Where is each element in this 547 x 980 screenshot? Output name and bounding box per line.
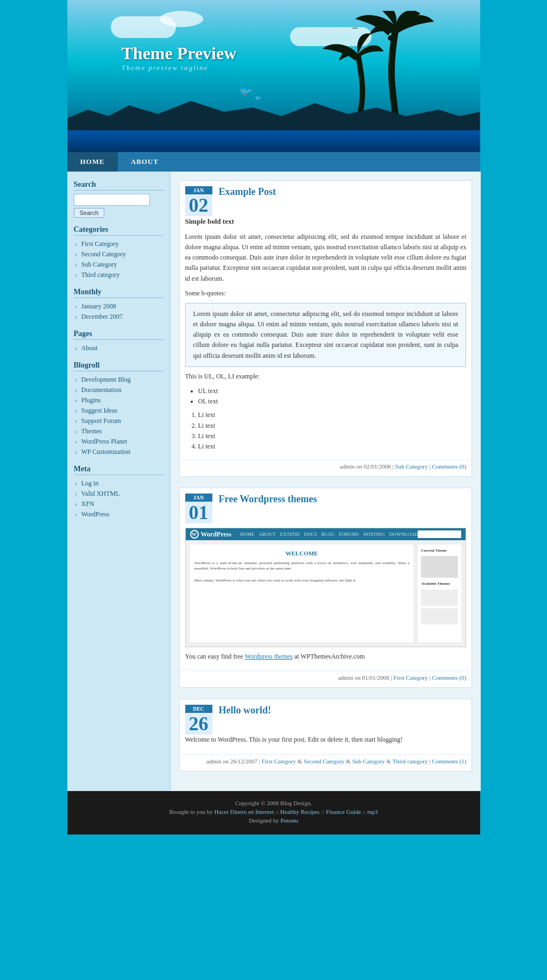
footer-link-1[interactable]: Hacer Dinero en Internet bbox=[215, 808, 274, 815]
category-link-first[interactable]: First Category bbox=[81, 240, 119, 248]
post-2-title[interactable]: Free Wordpress themes bbox=[219, 494, 467, 505]
water-reflection bbox=[67, 130, 480, 152]
blogroll-link-suggest[interactable]: Suggest Ideas bbox=[81, 407, 117, 414]
wp-sidebar-mini: Current Theme Available Themes bbox=[418, 545, 461, 642]
wp-nav-docs: DOCS bbox=[304, 530, 317, 538]
categories-list: First Category Second Category Sub Categ… bbox=[74, 239, 164, 280]
post-1: JAN 02 Example Post Simple bold text Lor… bbox=[179, 180, 473, 477]
wp-nav-download: DOWNLOAD bbox=[389, 530, 418, 538]
wp-logo-icon: W bbox=[190, 530, 199, 539]
post-2-body-text: You can easy find free Wordpress themes … bbox=[185, 652, 467, 662]
post-2: JAN 01 Free Wordpress themes W WordPress bbox=[179, 488, 473, 688]
site-tagline: Theme preview tagline bbox=[122, 64, 237, 72]
category-link-third[interactable]: Third category bbox=[81, 271, 120, 279]
list-item: Support Forum bbox=[74, 416, 164, 426]
sidebar: Search Search Categories First Category … bbox=[67, 172, 171, 791]
meta-label: Meta bbox=[74, 465, 164, 475]
page-link-about[interactable]: About bbox=[81, 344, 98, 352]
post-3-meta-category2[interactable]: Second Category bbox=[304, 758, 344, 764]
footer-designer-link[interactable]: Petsmu bbox=[280, 817, 298, 824]
wp-nav-home: HOME bbox=[240, 530, 255, 538]
post-3-meta-comments[interactable]: Comments (1) bbox=[432, 758, 466, 764]
post-3-meta: admin on 26/12/2007 | First Category & S… bbox=[180, 754, 472, 767]
post-2-meta-comments[interactable]: Comments (0) bbox=[432, 674, 466, 681]
post-2-meta-category[interactable]: First Category bbox=[393, 674, 427, 681]
post-3-title[interactable]: Hello world! bbox=[219, 705, 467, 716]
list-item: XFN bbox=[74, 499, 164, 509]
blogroll-link-docs[interactable]: Documentation bbox=[81, 386, 122, 394]
footer-link-4[interactable]: mp3 bbox=[367, 808, 378, 815]
main-layout: Search Search Categories First Category … bbox=[67, 172, 480, 791]
list-item: Second Category bbox=[74, 249, 164, 260]
post-1-meta-category[interactable]: Sub Category bbox=[395, 463, 427, 470]
meta-link-login[interactable]: Log in bbox=[81, 479, 99, 487]
post-3-meta-category1[interactable]: First Category bbox=[262, 758, 296, 764]
post-1-title[interactable]: Example Post bbox=[219, 186, 467, 198]
header-title-area: Theme Preview Theme preview tagline bbox=[122, 43, 237, 72]
wp-nav-links: HOME ABOUT EXTEND DOCS BLOG FORUMS HOSTI… bbox=[240, 530, 418, 538]
blogroll-link-wp-custom[interactable]: WP Customization bbox=[81, 448, 131, 456]
post-3-month: DEC bbox=[185, 705, 212, 713]
post-2-body: W WordPress HOME ABOUT EXTEND DOCS BLOG … bbox=[180, 528, 472, 671]
meta-list: Log in Valid XHTML XFN WordPress bbox=[74, 478, 164, 520]
post-1-subtitle: Simple bold text bbox=[185, 216, 467, 227]
search-input[interactable] bbox=[74, 194, 150, 206]
blogroll-link-plugins[interactable]: Plugins bbox=[81, 396, 101, 404]
cloud-2 bbox=[160, 11, 203, 27]
post-1-blockquote-intro: Some b-quotes: bbox=[185, 288, 467, 299]
list-item: First Category bbox=[74, 239, 164, 249]
meta-link-xfn[interactable]: XFN bbox=[81, 500, 95, 508]
post-3-day: 26 bbox=[185, 713, 212, 735]
list-item: Themes bbox=[74, 426, 164, 437]
post-2-body-intro: You can easy find free bbox=[185, 653, 243, 660]
list-item: WordPress bbox=[74, 509, 164, 520]
list-item: Third category bbox=[74, 270, 164, 280]
list-item: Li text bbox=[198, 421, 467, 431]
blogroll-link-wp-planet[interactable]: WordPress Planet bbox=[81, 438, 128, 445]
post-2-meta-date: admin on 01/01/2008 bbox=[338, 674, 389, 681]
month-link-jan[interactable]: January 2008 bbox=[81, 302, 116, 310]
nav-item-home[interactable]: HOME bbox=[67, 152, 118, 172]
post-2-meta: admin on 01/01/2008 | First Category | C… bbox=[180, 671, 472, 683]
post-3-meta-date: admin on 26/12/2007 bbox=[206, 758, 257, 764]
post-2-day: 01 bbox=[185, 502, 212, 523]
meta-link-wp[interactable]: WordPress bbox=[81, 510, 110, 518]
footer-links: Brought to you by Hacer Dinero en Intern… bbox=[76, 808, 471, 815]
blogroll-link-themes[interactable]: Themes bbox=[81, 427, 102, 435]
wp-screenshot: W WordPress HOME ABOUT EXTEND DOCS BLOG … bbox=[185, 528, 467, 647]
list-item: WordPress Planet bbox=[74, 437, 164, 447]
blogroll-label: Blogroll bbox=[74, 361, 164, 371]
post-2-month: JAN bbox=[185, 494, 212, 502]
footer-link-2[interactable]: Healthy Recipes bbox=[280, 808, 319, 815]
list-item: About bbox=[74, 343, 164, 353]
wp-welcome: WELCOME bbox=[194, 549, 410, 559]
list-item: Development Blog bbox=[74, 375, 164, 385]
monthly-list: January 2008 December 2007 bbox=[74, 301, 164, 322]
post-2-wp-link[interactable]: Wordpress themes bbox=[245, 653, 293, 660]
post-2-body-suffix: at WPThemesArchive.com bbox=[294, 653, 365, 660]
post-3-meta-category3[interactable]: Sub Category bbox=[352, 758, 385, 764]
search-button[interactable]: Search bbox=[74, 208, 105, 218]
list-item: Documentation bbox=[74, 385, 164, 395]
list-item: January 2008 bbox=[74, 301, 164, 312]
blogroll-list: Development Blog Documentation Plugins S… bbox=[74, 375, 164, 457]
footer-link-3[interactable]: Finance Guide bbox=[326, 808, 361, 815]
blogroll-link-dev[interactable]: Development Blog bbox=[81, 376, 131, 383]
wp-content-area: WELCOME WordPress is a state-of-the-art … bbox=[186, 540, 466, 647]
category-link-sub[interactable]: Sub Category bbox=[81, 261, 117, 268]
post-1-para: Lorem ipsum dolor sit amet, consectetur … bbox=[185, 232, 467, 284]
category-link-second[interactable]: Second Category bbox=[81, 250, 126, 258]
meta-link-xhtml[interactable]: Valid XHTML bbox=[81, 490, 120, 497]
wp-nav-bar: W WordPress HOME ABOUT EXTEND DOCS BLOG … bbox=[186, 528, 466, 540]
page-wrapper: Theme Preview Theme preview tagline bbox=[67, 0, 480, 834]
nav-item-about[interactable]: ABOUT bbox=[118, 152, 172, 172]
wp-available-themes-label: Available Themes bbox=[421, 581, 458, 587]
post-1-meta-comments[interactable]: Comments (0) bbox=[432, 463, 466, 470]
month-link-dec[interactable]: December 2007 bbox=[81, 313, 123, 320]
post-3-para: Welcome to WordPress. This is your first… bbox=[185, 735, 467, 745]
wp-current-theme-preview bbox=[421, 556, 458, 578]
blogroll-link-support[interactable]: Support Forum bbox=[81, 417, 121, 425]
post-3-meta-category4[interactable]: Third category bbox=[392, 758, 427, 764]
list-item: Li text bbox=[198, 441, 467, 452]
list-item: Li text bbox=[198, 431, 467, 441]
